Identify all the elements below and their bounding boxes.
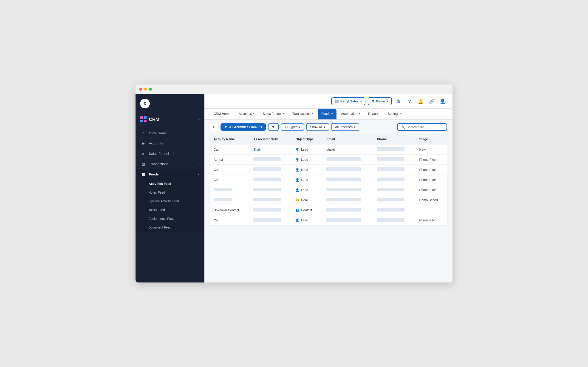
object-type-icon: 👤 (295, 148, 299, 151)
tab-crm-home[interactable]: CRM Home (210, 109, 234, 119)
table-row: Call👤 LeadPhone Pitch (210, 175, 447, 185)
tab-automation[interactable]: Automation ▾ (337, 109, 364, 119)
cell-activity-name: Call (210, 215, 250, 225)
cell-associated-with[interactable]: Shakti (250, 144, 292, 155)
object-type-cell: 👤 Lead (295, 178, 319, 182)
sidebar-item-notes-feed[interactable]: · Notes Feed (135, 188, 204, 197)
cell-stage: Demo Sched (415, 195, 447, 205)
show-all-chevron-icon: ▾ (324, 125, 325, 129)
accounts-tab-chevron-icon: ▾ (253, 112, 255, 115)
tab-settings[interactable]: Settings ▾ (384, 109, 406, 119)
sidebar-item-pipeline-activity-feed[interactable]: · Pipeline Activity Feed (135, 197, 204, 206)
cell-object-type: 👤 Lead (292, 165, 323, 175)
genie-button[interactable]: ⚙ Genie ▾ (368, 97, 392, 105)
object-type-label: Lead (301, 188, 308, 192)
pipeline-activity-feed-dot: · (146, 200, 147, 202)
sidebar-item-apointments-feed[interactable]: · Apointments Feed (135, 214, 204, 223)
maximize-button[interactable] (149, 88, 152, 91)
object-type-label: Lead (301, 178, 308, 182)
object-type-icon: 👤 (295, 188, 299, 192)
object-type-cell: 👥 Contact (295, 208, 319, 212)
object-type-icon: 👤 (295, 178, 299, 182)
user-icon-button[interactable]: 👤 (438, 97, 447, 106)
show-all-dropdown[interactable]: Show All ▾ (306, 123, 329, 131)
tab-automation-label: Automation (341, 112, 357, 116)
crm-menu-item[interactable]: CRM ▾ (135, 112, 204, 126)
accounts-chevron-icon: › (199, 142, 199, 145)
help-icon-button[interactable]: ? (405, 97, 414, 106)
object-type-label: Lead (301, 158, 308, 161)
cell-phone (373, 165, 415, 175)
all-types-dropdown[interactable]: All Types ▾ (281, 123, 304, 131)
close-button[interactable] (139, 88, 142, 91)
bell-icon-button[interactable]: 🔔 (416, 97, 425, 106)
all-pipelines-chevron-icon: ▾ (354, 125, 356, 129)
cell-object-type: 👤 Lead (292, 155, 323, 165)
cell-email (323, 215, 373, 225)
sidebar-item-document-feed[interactable]: · Document Feed (135, 223, 204, 232)
all-pipelines-dropdown[interactable]: All Pipelines ▾ (331, 123, 359, 131)
tab-transactions[interactable]: Transactions ▾ (289, 109, 317, 119)
cell-phone (373, 175, 415, 185)
crm-label: CRM (149, 117, 159, 122)
filter-icon: ▼ (224, 125, 227, 129)
tab-reports[interactable]: Reports (364, 109, 383, 119)
home-icon: ⌂ (141, 131, 146, 135)
sidebar-item-transactions[interactable]: ▤ Transactions › (135, 159, 204, 169)
cell-activity-name (210, 185, 250, 195)
browser-window: X CRM ▾ ⌂ CRM Home ◉ Acco (135, 84, 453, 283)
table-row: 👤 LeadPhone Pitch (210, 185, 447, 195)
kenyt-sales-button[interactable]: 🏢 Kenyt Sales ▾ (331, 97, 365, 105)
feeds-tab-chevron-icon: ▾ (331, 112, 333, 115)
nav-tabs-bar: CRM Home Accounts ▾ Sales Funnel ▾ Trans… (204, 109, 453, 120)
object-type-icon: 👤 (295, 168, 299, 172)
cell-email: shakti (323, 144, 373, 155)
sidebar-item-activities-feed-label: Activities Feed (149, 182, 171, 186)
tab-feeds[interactable]: Feeds ▾ (318, 109, 337, 119)
sidebar-item-activities-feed[interactable]: • Activities Feed (135, 179, 204, 188)
sidebar-item-crm-home[interactable]: ⌂ CRM Home (135, 128, 204, 138)
cell-associated-with (250, 155, 292, 165)
grid-cell-4 (144, 120, 147, 123)
tab-sales-funnel[interactable]: Sales Funnel ▾ (259, 109, 288, 119)
cell-activity-name (210, 195, 250, 205)
notes-feed-dot: · (146, 192, 147, 194)
transactions-icon: ▤ (141, 162, 146, 166)
cell-associated-with (250, 165, 292, 175)
cell-associated-with (250, 195, 292, 205)
kenyt-sales-chevron-icon: ▾ (360, 100, 362, 103)
sidebar-item-feeds[interactable]: ▦ Feeds ▾ (135, 169, 204, 179)
sidebar-item-accounts-label: Accounts (149, 141, 163, 145)
sidebar: X CRM ▾ ⌂ CRM Home ◉ Acco (135, 94, 204, 283)
column-filter-button[interactable]: ▼ (268, 123, 279, 131)
cell-email (323, 175, 373, 185)
cell-phone (373, 155, 415, 165)
cell-phone (373, 144, 415, 155)
associated-with-link[interactable]: Shakti (253, 148, 262, 151)
dollar-icon-button[interactable]: $ (394, 97, 403, 106)
document-feed-dot: · (146, 226, 147, 228)
all-activities-filter-button[interactable]: ▼ All Activities (1682) ▾ (221, 123, 266, 131)
refresh-button[interactable]: ↻ (210, 123, 218, 131)
sidebar-item-tasks-feed[interactable]: · Tasks Feed (135, 206, 204, 214)
table-container: Activity Name Associated With Object Typ… (204, 134, 453, 283)
link-icon-button[interactable]: 🔗 (427, 97, 436, 106)
accounts-icon: ◉ (141, 141, 146, 145)
topbar: 🏢 Kenyt Sales ▾ ⚙ Genie ▾ $ ? 🔔 🔗 👤 (204, 94, 453, 109)
apointments-feed-dot: · (146, 218, 147, 220)
cell-email (323, 205, 373, 215)
minimize-button[interactable] (144, 88, 147, 91)
sidebar-item-sales-funnel[interactable]: ◈ Sales Funnel › (135, 148, 204, 159)
cell-object-type: 👤 Lead (292, 185, 323, 195)
search-input[interactable] (406, 125, 443, 129)
tab-feeds-label: Feeds (321, 112, 330, 116)
cell-email (323, 155, 373, 165)
genie-chevron-icon: ▾ (387, 100, 388, 103)
object-type-cell: 👤 Lead (295, 218, 319, 222)
kenyt-sales-label: Kenyt Sales (340, 100, 358, 103)
tab-reports-label: Reports (368, 112, 380, 116)
cell-associated-with (250, 215, 292, 225)
sidebar-item-accounts[interactable]: ◉ Accounts › (135, 138, 204, 148)
tab-accounts[interactable]: Accounts ▾ (235, 109, 258, 119)
search-box[interactable]: 🔍 (397, 123, 447, 131)
